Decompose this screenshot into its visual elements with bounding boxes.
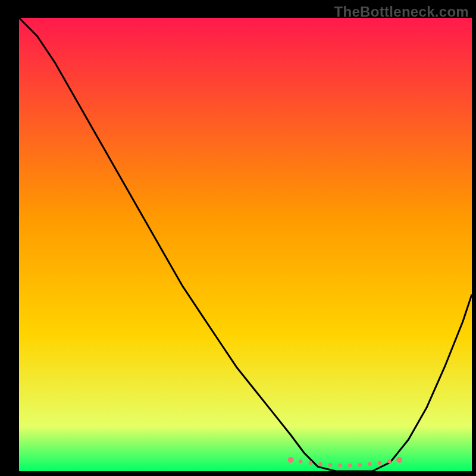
valley-dot (348, 464, 352, 467)
bottleneck-chart (0, 0, 476, 476)
valley-dot (299, 459, 302, 463)
valley-dot (309, 461, 312, 465)
valley-dot (368, 462, 371, 466)
valley-dot (358, 463, 362, 466)
valley-dot (378, 461, 381, 465)
valley-dot (338, 464, 342, 467)
plot-background (19, 18, 472, 471)
valley-dot (318, 462, 322, 466)
valley-dot (328, 463, 332, 466)
valley-dot (288, 457, 294, 463)
valley-dot (387, 459, 391, 463)
watermark-text: TheBottleneck.com (334, 4, 469, 20)
valley-dot (396, 457, 402, 463)
chart-container: TheBottleneck.com (0, 0, 476, 476)
